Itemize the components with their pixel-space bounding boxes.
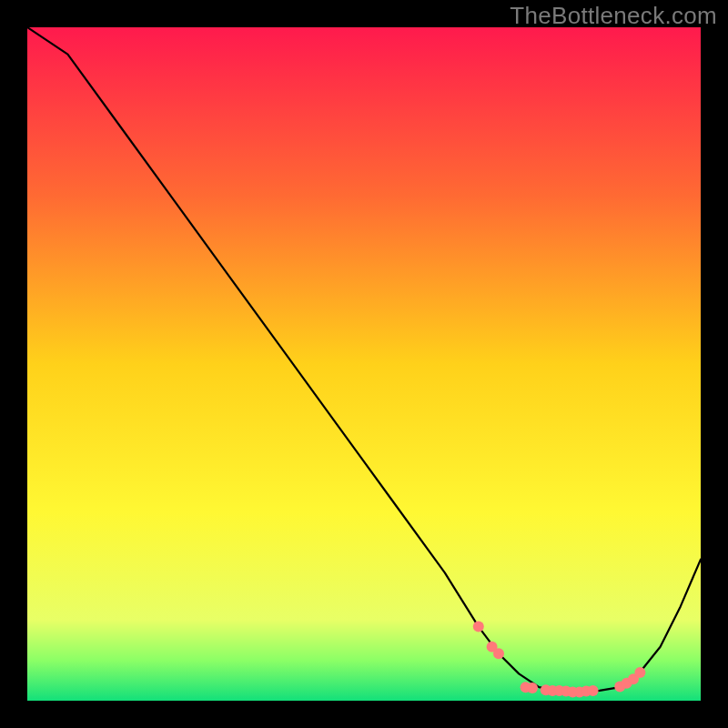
gradient-background <box>27 27 701 701</box>
highlight-dot <box>527 682 538 693</box>
chart-svg <box>27 27 701 701</box>
highlight-dot <box>634 667 645 678</box>
chart-stage: TheBottleneck.com <box>0 0 728 728</box>
watermark-text: TheBottleneck.com <box>510 2 717 30</box>
highlight-dot <box>493 648 504 659</box>
chart-plot-area <box>27 27 701 701</box>
highlight-dot <box>588 685 599 696</box>
highlight-dot <box>473 622 484 632</box>
